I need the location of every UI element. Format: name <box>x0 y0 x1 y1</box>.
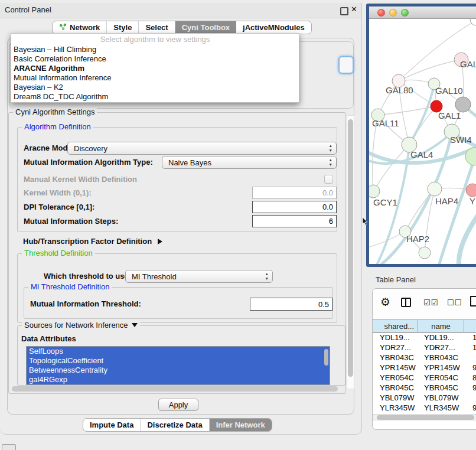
network-icon <box>59 23 67 32</box>
manual-kernel-width-checkbox[interactable] <box>324 175 333 184</box>
bottom-tabs: Impute DataDiscretize DataInfer Network <box>83 418 272 432</box>
data-attributes-label: Data Attributes <box>21 334 76 344</box>
document-icon[interactable] <box>470 296 476 306</box>
tab-style[interactable]: Style <box>107 21 139 34</box>
table-cell: YPR145W <box>373 363 418 373</box>
algorithm-option-basic-correlation-inference[interactable]: Basic Correlation Inference <box>11 54 299 64</box>
select-columns-unchecked-icon[interactable]: ☐☐ <box>447 298 462 307</box>
node-label-hap2: HAP2 <box>406 234 429 244</box>
table-row[interactable]: YER054CYER054C8. <box>373 373 476 383</box>
scrollbar-thumb[interactable] <box>348 119 353 377</box>
close-window-icon[interactable] <box>377 9 385 17</box>
settings-vertical-scrollbar[interactable] <box>347 115 354 389</box>
table-cell: YBR043C <box>418 353 464 363</box>
table-row[interactable]: YDL19...YDL19...13 <box>373 332 476 343</box>
tab-jactivemnodules[interactable]: jActiveMNodules <box>236 21 311 34</box>
attribute-item-betweennesscentrality[interactable]: BetweennessCentrality <box>27 366 330 375</box>
select-columns-checked-icon[interactable]: ☑☑ <box>423 298 438 307</box>
hub-section-header[interactable]: Hub/Transcription Factor Definition <box>23 237 162 246</box>
table-row[interactable]: YPR145WYPR145W9. <box>373 363 476 373</box>
tab-cyni-toolbox[interactable]: Cyni Toolbox <box>175 21 236 34</box>
node-label-gal4: GAL4 <box>410 149 433 159</box>
close-icon[interactable]: ✕ <box>351 5 357 14</box>
mi-algorithm-type-select[interactable]: Naive Bayes ▲▼ <box>162 156 337 169</box>
table-cell: YLR345W <box>418 403 464 413</box>
node-label-hap4: HAP4 <box>435 196 458 206</box>
column-layout-icon[interactable] <box>401 298 411 307</box>
zoom-window-icon[interactable] <box>401 9 409 17</box>
data-attributes-list[interactable]: SelfLoopsTopologicalCoefficientBetweenne… <box>26 346 330 385</box>
network-node-labels: GALGAL80GAL10GAL1GAL11SWI4GAL4GCY1HAP4YH… <box>372 59 476 244</box>
tab-select[interactable]: Select <box>139 21 175 34</box>
collapse-triangle-icon <box>132 323 138 327</box>
column-header-hidden[interactable] <box>464 320 476 332</box>
tab-network[interactable]: Network <box>53 21 107 34</box>
mi-threshold-field[interactable]: 0.5 <box>250 298 332 311</box>
attribute-item-gal4rgexp[interactable]: gal4RGexp <box>27 375 330 384</box>
network-window-titlebar[interactable] <box>369 6 476 19</box>
tab-impute-data[interactable]: Impute Data <box>83 419 141 431</box>
network-node-y[interactable] <box>466 184 476 197</box>
minimize-window-icon[interactable] <box>389 9 397 17</box>
node-label-gal: GAL <box>460 59 476 69</box>
attribute-item-selfloops[interactable]: SelfLoops <box>27 347 330 356</box>
mouse-cursor <box>362 217 369 226</box>
table-row[interactable]: YBR045CYBR045C9. <box>373 383 476 393</box>
algorithm-option-bayesian-hill-climbing[interactable]: Bayesian – Hill Climbing <box>11 45 299 54</box>
table-cell: YBR043C <box>373 353 418 363</box>
table-horizontal-scrollbar[interactable] <box>373 414 476 421</box>
network-node-gcy1[interactable] <box>369 185 380 198</box>
scrollbar-thumb[interactable] <box>12 386 338 392</box>
scrollbar-thumb[interactable] <box>377 415 474 420</box>
list-scrollbar-thumb[interactable] <box>324 349 328 366</box>
table-cell: YDR27... <box>373 343 418 353</box>
aracne-mode-select[interactable]: Discovery ▲▼ <box>67 142 337 155</box>
table-cell: YLR345W <box>373 403 418 413</box>
corner-grip <box>2 444 16 450</box>
stepper-arrows-icon: ▲▼ <box>265 272 269 281</box>
table-panel-window: ⚙ ☑☑ ☐☐ shared...name YDL19...YDL19...13… <box>372 288 476 430</box>
cyni-algorithm-settings-group: Cyni Algorithm Settings Algorithm Defini… <box>8 112 346 394</box>
tab-infer-network[interactable]: Infer Network <box>210 419 272 431</box>
algorithm-option-dream8-dc-tdc-algorithm[interactable]: Dream8 DC_TDC Algorithm <box>11 92 299 102</box>
algorithm-option-bayesian-k2[interactable]: Bayesian – K2 <box>11 83 299 92</box>
table-cell: 8. <box>464 373 476 383</box>
float-window-icon[interactable] <box>340 7 348 15</box>
algorithm-option-aracne-algorithm[interactable]: ARACNE Algorithm <box>11 64 299 73</box>
kernel-width-field[interactable]: 0.0 <box>252 187 337 199</box>
attribute-item-topologicalcoefficient[interactable]: TopologicalCoefficient <box>27 356 330 366</box>
sources-legend[interactable]: Sources for Network Inference <box>22 321 140 330</box>
focused-combo-fragment <box>338 56 354 74</box>
threshold-definition-group: Threshold Definition Which threshold to … <box>17 253 337 323</box>
dpi-tolerance-field[interactable]: 0.0 <box>252 201 337 213</box>
column-header-name[interactable]: name <box>418 320 464 332</box>
table-row[interactable]: YBR043CYBR043C <box>373 353 476 363</box>
tab-label: Network <box>70 23 100 32</box>
which-threshold-select[interactable]: MI Threshold ▲▼ <box>125 270 273 283</box>
apply-button[interactable]: Apply <box>158 399 198 411</box>
algorithm-option-mutual-information-inference[interactable]: Mutual Information Inference <box>11 73 299 83</box>
mi-steps-field[interactable]: 6 <box>252 215 337 227</box>
column-header-shared[interactable]: shared... <box>373 320 418 332</box>
table-cell: 12 <box>464 343 476 353</box>
settings-horizontal-scrollbar[interactable] <box>12 386 338 392</box>
gear-icon[interactable]: ⚙ <box>380 296 390 308</box>
table-row[interactable]: YDR27...YDR27...12 <box>373 343 476 353</box>
network-node[interactable] <box>419 247 431 259</box>
control-panel: Control Panel ✕ NetworkStyleSelectCyni T… <box>0 3 362 435</box>
table-panel-title: Table Panel <box>376 275 416 284</box>
table-row[interactable]: YLR345WYLR345W9. <box>373 403 476 413</box>
table-cell: YDL19... <box>418 332 464 343</box>
table-cell: YDR27... <box>418 343 464 353</box>
tab-discretize-data[interactable]: Discretize Data <box>141 419 209 431</box>
network-node[interactable] <box>470 19 476 25</box>
table-row[interactable]: YBL079WYBL079W <box>373 393 476 403</box>
node-label-swi4: SWI4 <box>450 135 472 145</box>
network-canvas[interactable]: GALGAL80GAL10GAL1GAL11SWI4GAL4GCY1HAP4YH… <box>369 19 476 265</box>
node-label-gal11: GAL11 <box>372 118 399 128</box>
network-node-hap4[interactable] <box>428 182 442 196</box>
mi-steps-label: Mutual Information Steps: <box>24 217 118 226</box>
sources-group: Sources for Network Inference Data Attri… <box>17 325 345 386</box>
settings-legend: Cyni Algorithm Settings <box>13 107 97 116</box>
kernel-width-label: Kernel Width (0,1): <box>24 188 92 198</box>
